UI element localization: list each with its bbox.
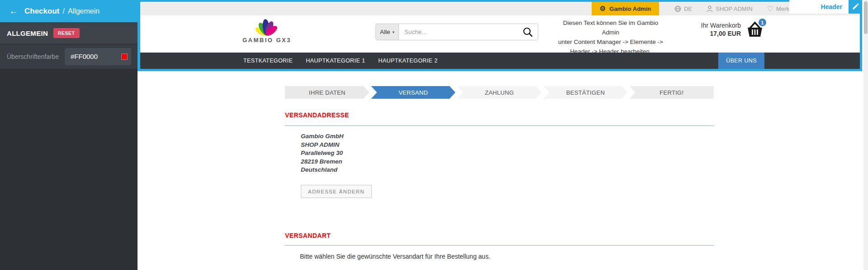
breadcrumb-separator: / bbox=[62, 7, 64, 15]
cart-widget[interactable]: Ihr Warenkorb 17,00 EUR 1 bbox=[694, 20, 764, 39]
panel-header: ALLGEMEIN RESET bbox=[0, 22, 138, 44]
language-selector[interactable]: DE bbox=[674, 5, 692, 12]
divider bbox=[285, 125, 714, 126]
checkout-progress: IHRE DATEN VERSAND ZAHLUNG BESTÄTIGEN FE… bbox=[285, 86, 714, 99]
step-bestaetigen[interactable]: BESTÄTIGEN bbox=[543, 86, 627, 99]
search-filter-dropdown[interactable]: Alle ▾ bbox=[376, 24, 399, 40]
language-label: DE bbox=[684, 5, 692, 12]
search-bar: Alle ▾ bbox=[375, 24, 538, 40]
styleedit-breadcrumb: ← Checkout / Allgemein bbox=[0, 0, 138, 22]
cart-total: 17,00 EUR bbox=[701, 29, 741, 38]
search-input[interactable] bbox=[399, 29, 518, 35]
section-edit-label: Header bbox=[789, 0, 849, 14]
nav-item-ueber-uns[interactable]: ÜBER UNS bbox=[718, 53, 764, 69]
globe-icon bbox=[674, 5, 681, 12]
account-menu[interactable]: SHOP ADMIN bbox=[707, 5, 752, 12]
reset-button[interactable]: RESET bbox=[53, 28, 80, 38]
gears-icon: ⚙ bbox=[600, 5, 606, 13]
styleedit-sidebar: ← Checkout / Allgemein ALLGEMEIN RESET Ü… bbox=[0, 0, 138, 270]
shipping-address-block: Gambio GmbH SHOP ADMIN Parallelweg 30 28… bbox=[301, 132, 344, 174]
header-preview-frame: ⚙ Gambio Admin DE SHOP ADMIN ♡ bbox=[138, 0, 862, 71]
breadcrumb-section[interactable]: Checkout bbox=[24, 7, 59, 16]
shipping-method-heading: VERSANDART bbox=[285, 232, 331, 239]
gambio-flower-icon bbox=[242, 16, 292, 36]
divider bbox=[285, 245, 714, 246]
info-line: Diesen Text können Sie im Gambio Admin bbox=[555, 18, 666, 37]
shop-header: GAMBIO GX3 Alle ▾ Diesen Text können Sie… bbox=[140, 15, 860, 53]
page-scrollbar[interactable] bbox=[863, 0, 868, 270]
gambio-admin-button[interactable]: ⚙ Gambio Admin bbox=[592, 2, 659, 15]
address-line: Deutschland bbox=[301, 166, 344, 174]
nav-item-hauptkategorie-1[interactable]: HAUPTKATEGORIE 1 bbox=[306, 58, 365, 64]
edit-header-button[interactable] bbox=[849, 0, 862, 14]
step-ihre-daten[interactable]: IHRE DATEN bbox=[285, 86, 369, 99]
step-fertig[interactable]: FERTIG! bbox=[630, 86, 714, 99]
info-line: unter Content Manager -> Elemente -> bbox=[555, 37, 666, 47]
cart-count-badge: 1 bbox=[759, 19, 766, 26]
heading-color-input[interactable]: #FF0000 bbox=[65, 48, 131, 65]
caret-down-icon: ▾ bbox=[393, 30, 395, 34]
shipping-address-heading: VERSANDADRESSE bbox=[285, 111, 349, 119]
shop-topbar: ⚙ Gambio Admin DE SHOP ADMIN ♡ bbox=[140, 2, 860, 15]
search-icon bbox=[522, 27, 533, 38]
shop-logo[interactable]: GAMBIO GX3 bbox=[242, 16, 292, 43]
color-swatch[interactable] bbox=[121, 53, 128, 60]
step-versand[interactable]: VERSAND bbox=[371, 86, 455, 99]
address-line: Parallelweg 30 bbox=[301, 149, 344, 158]
cart-label: Ihr Warenkorb bbox=[701, 21, 741, 29]
nav-item-testkategorie[interactable]: TESTKATEGORIE bbox=[243, 58, 293, 64]
heading-color-value: #FF0000 bbox=[71, 53, 98, 60]
address-line: Gambio GmbH bbox=[301, 132, 344, 141]
heading-color-option-row: Überschriftenfarbe #FF0000 bbox=[0, 44, 138, 69]
shop-logo-text: GAMBIO GX3 bbox=[242, 37, 292, 43]
step-zahlung[interactable]: ZAHLUNG bbox=[457, 86, 541, 99]
account-label: SHOP ADMIN bbox=[716, 5, 752, 12]
user-icon bbox=[707, 5, 713, 12]
gambio-admin-label: Gambio Admin bbox=[609, 5, 651, 12]
change-address-button[interactable]: ADRESSE ÄNDERN bbox=[301, 185, 372, 198]
nav-item-hauptkategorie-2[interactable]: HAUPTKATEGORIE 2 bbox=[378, 58, 437, 64]
address-line: SHOP ADMIN bbox=[301, 141, 344, 149]
search-filter-label: Alle bbox=[380, 29, 390, 35]
selection-border-top bbox=[138, 0, 862, 2]
search-button[interactable] bbox=[518, 24, 538, 40]
shop-navbar: TESTKATEGORIE HAUPTKATEGORIE 1 HAUPTKATE… bbox=[140, 53, 860, 69]
shipping-method-hint: Bitte wählen Sie die gewünschte Versanda… bbox=[300, 253, 490, 260]
address-line: 28219 Bremen bbox=[301, 158, 344, 166]
heart-icon: ♡ bbox=[767, 5, 773, 13]
breadcrumb-page: Allgemein bbox=[68, 7, 100, 15]
pencil-icon bbox=[852, 3, 859, 10]
back-arrow-icon[interactable]: ← bbox=[9, 6, 18, 16]
scrollbar-thumb[interactable] bbox=[864, 1, 868, 34]
heading-color-label: Überschriftenfarbe bbox=[7, 44, 59, 69]
header-info-text: Diesen Text können Sie im Gambio Admin u… bbox=[555, 18, 666, 56]
panel-title: ALLGEMEIN bbox=[7, 29, 48, 37]
